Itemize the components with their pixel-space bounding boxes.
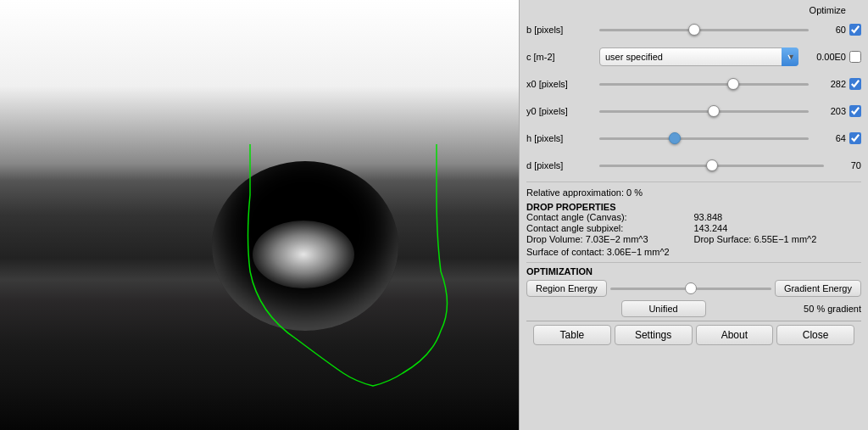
label-x0: x0 [pixels] (526, 79, 594, 89)
slider-h-container (599, 137, 809, 140)
row-y0: y0 [pixels] 203 (526, 100, 861, 122)
dropdown-c-wrapper[interactable]: user specified ▼ (599, 47, 798, 66)
tab-row: Table Settings About Close (526, 321, 861, 349)
optimize-label: Optimize (810, 5, 846, 15)
volume-surface-row: Drop Volume: 7.03E−2 mm^3 Drop Surface: … (526, 234, 861, 244)
optimize-header: Optimize (526, 5, 861, 15)
tab-about[interactable]: About (696, 325, 774, 345)
contact-angle-canvas-row: Contact angle (Canvas): 93.848 (526, 212, 861, 222)
tab-close[interactable]: Close (776, 325, 854, 345)
image-area (0, 0, 519, 430)
value-y0: 203 (814, 106, 846, 116)
dropdown-c[interactable]: user specified (599, 47, 798, 66)
green-curve-overlay (0, 0, 519, 430)
right-panel: Optimize b [pixels] 60 c [m-2] user spec… (519, 0, 868, 430)
optimization-header: OPTIMIZATION (526, 266, 861, 276)
row-h: h [pixels] 64 (526, 127, 861, 149)
slider-d[interactable] (599, 165, 824, 167)
label-d: d [pixels] (526, 160, 594, 170)
slider-y0[interactable] (599, 110, 809, 113)
slider-b-container (599, 29, 809, 31)
optimization-slider[interactable] (610, 288, 771, 290)
slider-x0[interactable] (599, 83, 809, 86)
label-b: b [pixels] (526, 25, 594, 35)
contact-angle-canvas-value: 93.848 (694, 212, 862, 222)
dropdown-arrow-icon: ▼ (782, 47, 798, 66)
value-b: 60 (814, 25, 846, 35)
value-c: 0.00E0 (804, 52, 846, 62)
label-y0: y0 [pixels] (526, 106, 594, 116)
row-d: d [pixels] 70 (526, 154, 861, 176)
value-h: 64 (814, 133, 846, 143)
drop-volume-label: Drop Volume: 7.03E−2 mm^3 (526, 234, 694, 244)
slider-b[interactable] (599, 29, 809, 31)
contact-angle-subpixel-label: Contact angle subpixel: (526, 223, 694, 233)
row-b-pixels: b [pixels] 60 (526, 19, 861, 41)
divider-2 (526, 262, 861, 263)
tab-table[interactable]: Table (533, 325, 611, 345)
unified-button[interactable]: Unified (621, 300, 706, 317)
relative-approx: Relative approximation: 0 % (526, 186, 861, 200)
row-c: c [m-2] user specified ▼ 0.00E0 (526, 46, 861, 68)
slider-d-container (599, 165, 824, 167)
region-energy-button[interactable]: Region Energy (526, 280, 607, 297)
optimization-row-2: Unified 50 % gradient (526, 300, 861, 317)
optimization-row-1: Region Energy Gradient Energy (526, 280, 861, 297)
contact-angle-subpixel-value: 143.244 (694, 223, 862, 233)
surface-contact-label: Surface of contact: 3.06E−1 mm^2 (526, 245, 861, 260)
checkbox-x0[interactable] (849, 78, 861, 90)
value-x0: 282 (814, 79, 846, 89)
tab-settings[interactable]: Settings (615, 325, 693, 345)
contact-angle-canvas-label: Contact angle (Canvas): (526, 212, 694, 222)
label-h: h [pixels] (526, 133, 594, 143)
drop-properties-header: DROP PROPERTIES (526, 202, 861, 212)
checkbox-c[interactable] (849, 51, 861, 63)
divider-1 (526, 181, 861, 182)
label-c: c [m-2] (526, 52, 594, 62)
row-x0: x0 [pixels] 282 (526, 73, 861, 95)
checkbox-h[interactable] (849, 132, 861, 144)
slider-y0-container (599, 110, 809, 113)
checkbox-b[interactable] (849, 24, 861, 36)
contact-angle-subpixel-row: Contact angle subpixel: 143.244 (526, 223, 861, 233)
drop-surface-label: Drop Surface: 6.55E−1 mm^2 (694, 234, 862, 244)
slider-h[interactable] (599, 137, 809, 140)
value-d: 70 (829, 160, 861, 170)
checkbox-y0[interactable] (849, 105, 861, 117)
slider-x0-container (599, 83, 809, 86)
gradient-percent: 50 % gradient (804, 304, 861, 314)
gradient-energy-button[interactable]: Gradient Energy (775, 280, 861, 297)
